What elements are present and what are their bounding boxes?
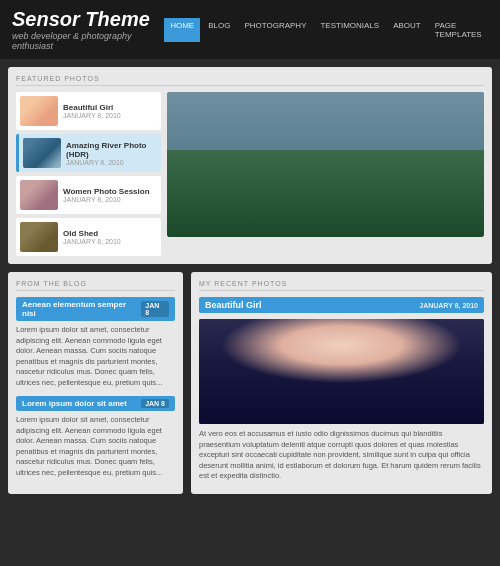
recent-photo-date: JANUARY 8, 2010 (419, 302, 478, 309)
featured-list: Beautiful Girl JANUARY 8, 2010 Amazing R… (16, 92, 161, 256)
blog-entry-text-1: Lorem ipsum dolor sit amet, consectetur … (16, 415, 175, 478)
hide-label: Hide (458, 190, 472, 197)
featured-item-date-0: JANUARY 8, 2010 (63, 112, 121, 119)
featured-item-date-1: JANUARY 8, 2010 (66, 159, 157, 166)
featured-item-info-0: Beautiful Girl JANUARY 8, 2010 (63, 103, 121, 119)
featured-item-2[interactable]: Women Photo Session JANUARY 8, 2010 (16, 176, 161, 214)
nav-item-testimonials[interactable]: TESTIMONIALS (314, 18, 385, 42)
featured-item-0[interactable]: Beautiful Girl JANUARY 8, 2010 (16, 92, 161, 130)
main-photo-desc: Neque porro quisquam est, qui dolorem ip… (175, 213, 476, 231)
blog-entry-date-0: JAN 8 (141, 301, 169, 317)
featured-label: FEATURED PHOTOS (16, 75, 484, 86)
blog-entry-0: Aenean elementum semper nisi JAN 8 Lorem… (16, 297, 175, 388)
recent-photo-image (199, 319, 484, 424)
blog-label: FROM THE BLOG (16, 280, 175, 291)
featured-item-date-2: JANUARY 8, 2010 (63, 196, 150, 203)
featured-item-3[interactable]: Old Shed JANUARY 8, 2010 (16, 218, 161, 256)
nav-item-photography[interactable]: PHOTOGRAPHY (238, 18, 312, 42)
hide-button[interactable]: 👁 Hide (441, 188, 478, 199)
nav-item-blog[interactable]: BLOG (202, 18, 236, 42)
featured-item-date-3: JANUARY 8, 2010 (63, 238, 121, 245)
featured-item-title-0: Beautiful Girl (63, 103, 121, 112)
main-photo-image: 👁 Hide Amazing River Photo (HDR) Neque p… (167, 92, 484, 237)
featured-item-info-1: Amazing River Photo (HDR) JANUARY 8, 201… (66, 141, 157, 166)
eye-icon: 👁 (447, 190, 454, 197)
bottom-section: FROM THE BLOG Aenean elementum semper ni… (8, 272, 492, 494)
featured-item-1[interactable]: Amazing River Photo (HDR) JANUARY 8, 201… (16, 134, 161, 172)
thumb-girl (20, 96, 58, 126)
blog-entry-header-1[interactable]: Lorem ipsum dolor sit amet JAN 8 (16, 396, 175, 411)
blog-entry-title-0: Aenean elementum semper nisi (22, 300, 141, 318)
main-photo-title: Amazing River Photo (HDR) (175, 199, 476, 211)
nav-item-about[interactable]: ABOUT (387, 18, 427, 42)
featured-item-title-3: Old Shed (63, 229, 121, 238)
site-subtitle: web developer & photography enthusiast (12, 31, 164, 51)
recent-section: MY RECENT PHOTOS Beautiful Girl JANUARY … (191, 272, 492, 494)
main-nav: HOMEBLOGPHOTOGRAPHYTESTIMONIALSABOUTPAGE… (164, 18, 488, 42)
header: Sensor Theme web developer & photography… (0, 0, 500, 59)
featured-item-info-3: Old Shed JANUARY 8, 2010 (63, 229, 121, 245)
photo-overlay: Amazing River Photo (HDR) Neque porro qu… (167, 193, 484, 237)
blog-entries: Aenean elementum semper nisi JAN 8 Lorem… (16, 297, 175, 478)
thumb-river (23, 138, 61, 168)
featured-item-title-2: Women Photo Session (63, 187, 150, 196)
blog-entry-text-0: Lorem ipsum dolor sit amet, consectetur … (16, 325, 175, 388)
blog-entry-header-0[interactable]: Aenean elementum semper nisi JAN 8 (16, 297, 175, 321)
blog-entry-1: Lorem ipsum dolor sit amet JAN 8 Lorem i… (16, 396, 175, 478)
site-branding: Sensor Theme web developer & photography… (12, 8, 164, 51)
featured-item-title-1: Amazing River Photo (HDR) (66, 141, 157, 159)
featured-inner: Beautiful Girl JANUARY 8, 2010 Amazing R… (16, 92, 484, 256)
recent-label: MY RECENT PHOTOS (199, 280, 484, 291)
featured-item-info-2: Women Photo Session JANUARY 8, 2010 (63, 187, 150, 203)
blog-section: FROM THE BLOG Aenean elementum semper ni… (8, 272, 183, 494)
recent-photo-title: Beautiful Girl (205, 300, 262, 310)
site-title: Sensor Theme (12, 8, 164, 31)
nav-item-home[interactable]: HOME (164, 18, 200, 42)
blog-entry-title-1: Lorem ipsum dolor sit amet (22, 399, 127, 408)
blog-entry-date-1: JAN 8 (141, 399, 169, 408)
thumb-shed (20, 222, 58, 252)
featured-main-photo: 👁 Hide Amazing River Photo (HDR) Neque p… (167, 92, 484, 256)
recent-photo-desc: At vero eos et accusamus et iusto odio d… (199, 429, 484, 482)
recent-photo-header: Beautiful Girl JANUARY 8, 2010 (199, 297, 484, 313)
nav-item-page templates[interactable]: PAGE TEMPLATES (429, 18, 488, 42)
featured-section: FEATURED PHOTOS Beautiful Girl JANUARY 8… (8, 67, 492, 264)
thumb-women (20, 180, 58, 210)
